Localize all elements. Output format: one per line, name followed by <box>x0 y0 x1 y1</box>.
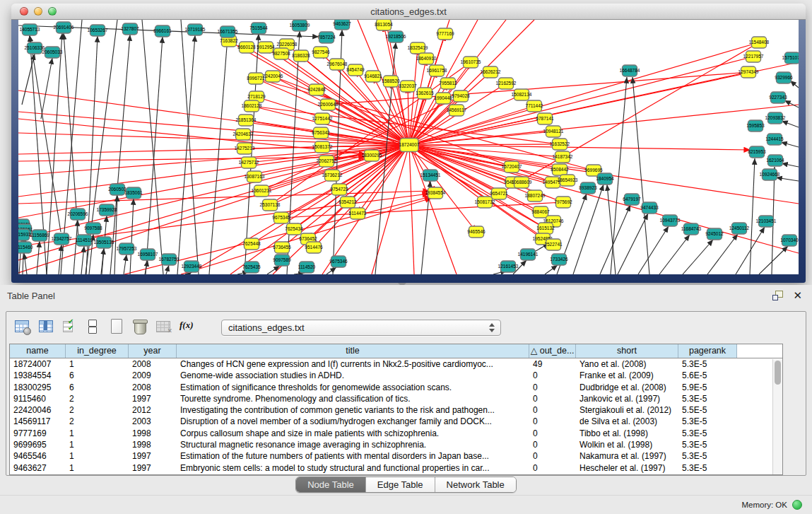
table-row[interactable]: 1830029562008Estimation of significance … <box>10 382 782 393</box>
table-cell[interactable]: 1998 <box>129 439 177 450</box>
scrollbar-thumb[interactable] <box>775 361 781 385</box>
graph-node-yellow[interactable]: 18724007 <box>399 139 420 152</box>
table-cell[interactable]: 6 <box>66 382 129 393</box>
graph-node-teal[interactable]: 16782759 <box>159 254 180 265</box>
graph-node-yellow[interactable]: 8322037 <box>399 81 417 92</box>
graph-node-yellow[interactable]: 15081372 <box>312 141 333 153</box>
table-row[interactable]: 1938455462009Genome-wide association stu… <box>10 370 782 381</box>
table-cell[interactable]: 1 <box>66 462 129 474</box>
edge[interactable] <box>409 144 560 145</box>
table-cell[interactable]: 2 <box>66 404 129 416</box>
table-cell[interactable]: 5.6E-5 <box>678 370 737 381</box>
graph-node-teal[interactable]: 1327807 <box>121 23 139 35</box>
graph-node-teal[interactable]: 8938923 <box>579 182 597 194</box>
graph-node-yellow[interactable]: 13087163 <box>245 171 265 182</box>
edge[interactable] <box>408 86 409 145</box>
graph-node-teal[interactable]: 1244415 <box>765 134 784 145</box>
graph-node-teal[interactable]: 13505135 <box>94 237 114 248</box>
graph-node-yellow[interactable]: 19610735 <box>461 57 481 68</box>
graph-node-yellow[interactable]: 1615132 <box>536 223 555 234</box>
graph-node-yellow[interactable]: 18325419 <box>408 42 428 54</box>
table-cell[interactable]: Yano et al. (2008) <box>576 358 678 370</box>
table-cell[interactable]: 0 <box>529 393 576 404</box>
table-vertical-scrollbar[interactable] <box>772 359 782 474</box>
graph-node-yellow[interactable]: 7711442 <box>526 100 543 112</box>
graph-node-yellow[interactable]: 9675345 <box>272 212 290 223</box>
graph-node-teal[interactable]: 1114519 <box>76 235 93 246</box>
graph-node-yellow[interactable]: 8186328 <box>292 50 310 62</box>
graph-node-yellow[interactable]: 8454749 <box>346 64 365 76</box>
graph-node-teal[interactable]: 9245012 <box>705 228 724 240</box>
table-cell[interactable]: 18300295 <box>10 382 66 393</box>
graph-node-yellow[interactable]: 9146821 <box>364 71 382 82</box>
table-cell[interactable]: 9699695 <box>10 439 66 450</box>
table-row[interactable]: 2242004622012Investigating the contribut… <box>10 404 782 416</box>
column-header-short[interactable]: short <box>576 344 678 358</box>
table-cell[interactable]: 0 <box>529 370 576 381</box>
graph-node-teal[interactable]: 9097588 <box>84 223 102 234</box>
graph-node-teal[interactable]: 10719185 <box>185 24 206 35</box>
edge[interactable] <box>177 35 195 274</box>
graph-node-yellow[interactable]: 14187342 <box>553 151 573 163</box>
edge[interactable] <box>632 77 649 274</box>
table-cell[interactable]: Genome-wide association studies in ADHD. <box>177 370 529 381</box>
graph-node-yellow[interactable]: 9654721 <box>490 188 508 199</box>
graph-node-yellow[interactable]: 22420046 <box>263 71 283 82</box>
graph-node-yellow[interactable]: 8660128 <box>237 42 256 53</box>
table-cell[interactable]: 6 <box>66 370 129 381</box>
graph-node-yellow[interactable]: 10948121 <box>543 126 564 137</box>
graph-node-yellow[interactable]: 9514476 <box>305 242 323 253</box>
table-cell[interactable]: Tourette syndrome. Phenomenology and cla… <box>177 393 529 404</box>
tab-node-table[interactable]: Node Table <box>296 477 366 492</box>
graph-node-teal[interactable]: 14196141 <box>518 249 539 260</box>
graph-node-yellow[interactable]: 19384554 <box>425 187 446 199</box>
table-cell[interactable]: 2008 <box>129 358 177 370</box>
table-cell[interactable]: 0 <box>529 439 576 450</box>
graph-node-yellow[interactable]: 18602128 <box>242 100 262 112</box>
graph-node-teal[interactable]: 11156869 <box>30 230 49 241</box>
graph-node-teal[interactable]: 16958107 <box>138 249 158 260</box>
table-cell[interactable]: Embryonic stem cells: a model to study s… <box>177 462 529 474</box>
graph-node-teal[interactable]: 16648784 <box>620 65 640 76</box>
close-window-button[interactable] <box>20 7 28 16</box>
graph-node-yellow[interactable]: 9794028 <box>452 90 470 102</box>
edge[interactable] <box>273 145 409 274</box>
graph-node-teal[interactable]: 8966161 <box>153 25 172 37</box>
table-cell[interactable]: Franke et al. (2009) <box>576 370 678 381</box>
edge[interactable] <box>782 121 799 127</box>
close-panel-icon[interactable]: ✕ <box>793 291 802 300</box>
table-cell[interactable]: Wolkin et al. (1998) <box>576 439 678 450</box>
graph-node-yellow[interactable]: 16736212 <box>322 170 343 181</box>
graph-node-teal[interactable]: 12161453 <box>498 261 519 272</box>
edge[interactable] <box>267 266 280 274</box>
column-header-title[interactable]: title <box>177 344 529 358</box>
edge[interactable] <box>110 35 130 274</box>
graph-node-teal[interactable]: 11684743 <box>681 223 702 235</box>
edge[interactable] <box>166 265 169 274</box>
table-cell[interactable]: 1 <box>66 428 129 439</box>
graph-node-yellow[interactable]: 29676048 <box>327 59 348 70</box>
window-titlebar[interactable]: citations_edges.txt <box>11 4 806 20</box>
table-cell[interactable]: 0 <box>529 416 576 427</box>
table-cell[interactable]: 5.5E-5 <box>678 404 737 416</box>
table-cell[interactable]: Estimation of significance thresholds fo… <box>177 382 529 393</box>
graph-node-yellow[interactable]: 11548408 <box>749 37 770 48</box>
graph-node-yellow[interactable]: 22600648 <box>318 99 339 110</box>
graph-node-teal[interactable]: 15134451 <box>420 170 441 181</box>
table-cell[interactable]: 2 <box>66 393 129 404</box>
graph-node-yellow[interactable]: 6787141 <box>536 113 554 124</box>
table-cell[interactable]: de Silva et al. (2003) <box>576 416 678 427</box>
graph-node-yellow[interactable]: 9754723 <box>330 184 348 195</box>
table-cell[interactable]: Hescheler et al. (1997) <box>576 462 678 474</box>
table-cell[interactable]: 2012 <box>129 404 177 416</box>
edge[interactable] <box>683 240 713 274</box>
table-cell[interactable]: 2003 <box>129 416 177 427</box>
graph-node-yellow[interactable]: 16961758 <box>427 65 447 76</box>
graph-node-teal[interactable]: 9227343 <box>769 92 787 103</box>
graph-node-yellow[interactable]: 7975692 <box>554 197 572 208</box>
table-cell[interactable]: 0 <box>529 404 576 416</box>
table-cell[interactable]: 0 <box>529 450 576 462</box>
graph-node-teal[interactable]: 7515544 <box>249 23 268 34</box>
graph-node-yellow[interactable]: 9827546 <box>312 47 330 58</box>
table-cell[interactable]: 1997 <box>129 462 177 474</box>
